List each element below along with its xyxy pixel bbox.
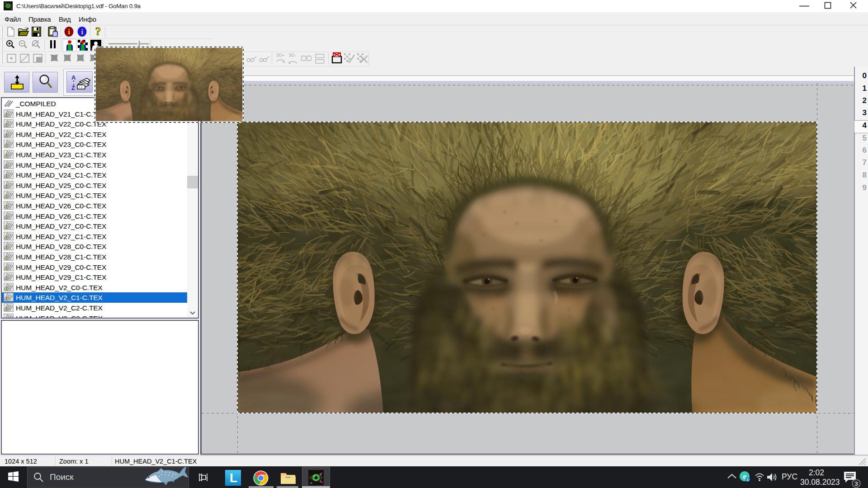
svg-text:?: ? xyxy=(95,26,101,38)
svg-text:90-: 90- xyxy=(289,52,296,58)
svg-text:i: i xyxy=(81,28,83,36)
svg-text:3: 3 xyxy=(854,480,858,487)
svg-text:A: A xyxy=(71,74,76,81)
svg-text:i: i xyxy=(68,28,70,36)
svg-text:90+: 90+ xyxy=(276,52,285,58)
svg-text:Z: Z xyxy=(71,84,75,91)
svg-text:i: i xyxy=(747,478,749,482)
